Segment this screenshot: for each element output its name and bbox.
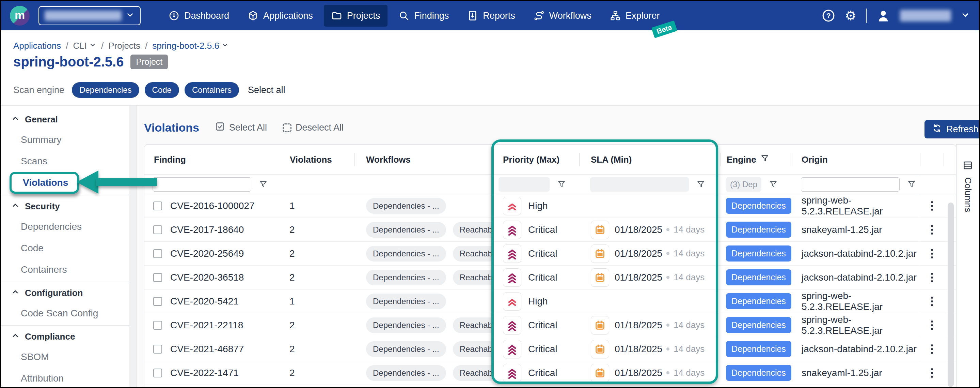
sla-filter-input[interactable] (590, 177, 689, 192)
row-checkbox[interactable] (153, 321, 162, 330)
priority-filter-input[interactable] (498, 177, 550, 192)
nav-item-reports[interactable]: Reports (460, 5, 523, 27)
user-menu-chevron-icon[interactable] (961, 10, 970, 21)
row-menu-button[interactable] (920, 266, 943, 289)
filter-funnel-icon[interactable] (907, 180, 916, 189)
columns-panel-toggle[interactable]: Columns (956, 144, 979, 387)
engine-toggle-containers[interactable]: Containers (185, 82, 239, 98)
nav-item-projects[interactable]: Projects (324, 5, 388, 27)
nav-item-findings[interactable]: Findings (391, 5, 456, 27)
row-menu-button[interactable] (920, 337, 943, 361)
row-menu-button[interactable] (920, 218, 943, 241)
engine-filter-input[interactable] (726, 177, 761, 192)
select-all-button[interactable]: Select All (215, 121, 267, 134)
refresh-button[interactable]: Refresh (924, 120, 980, 139)
settings-gear-icon[interactable]: ⚙ (845, 9, 856, 22)
finding-id[interactable]: CVE-2020-5421 (170, 296, 239, 307)
column-header-sla[interactable]: SLA (Min) (579, 145, 721, 174)
finding-id[interactable]: CVE-2021-46877 (170, 344, 244, 354)
finding-id[interactable]: CVE-2017-18640 (170, 224, 244, 235)
finding-id[interactable]: CVE-2020-36518 (170, 272, 244, 283)
column-header-origin[interactable]: Origin (792, 145, 920, 174)
top-navigation: m Dashboard Applications Projects Findin… (1, 1, 979, 30)
sidebar-item-attribution[interactable]: Attribution (1, 367, 136, 388)
chevron-down-icon (221, 41, 229, 51)
engine-badge[interactable]: Dependencies (726, 246, 791, 262)
breadcrumb-current-project-dropdown[interactable]: spring-boot-2.5.6 (152, 41, 229, 51)
breadcrumb-projects[interactable]: Projects (108, 41, 140, 51)
origin-filter-input[interactable] (801, 177, 900, 192)
engine-toggle-code[interactable]: Code (145, 82, 179, 98)
engine-badge[interactable]: Dependencies (726, 198, 791, 214)
sidebar-section-general[interactable]: General (1, 110, 136, 129)
sidebar-section-configuration[interactable]: Configuration (1, 283, 136, 302)
finding-filter-input[interactable] (153, 177, 251, 192)
filter-funnel-icon[interactable] (696, 180, 705, 189)
filter-funnel-icon[interactable] (760, 154, 769, 165)
row-menu-button[interactable] (920, 361, 943, 385)
row-checkbox[interactable] (153, 249, 162, 258)
column-header-priority[interactable]: Priority (Max) (492, 145, 579, 174)
mend-logo-icon[interactable]: m (10, 6, 30, 26)
column-header-violations[interactable]: Violations (279, 145, 355, 174)
finding-id[interactable]: CVE-2020-25649 (170, 248, 244, 259)
sla-days: 14 days (673, 224, 705, 235)
sidebar-item-summary[interactable]: Summary (1, 129, 136, 150)
table-scrollbar[interactable] (948, 203, 954, 387)
engine-badge[interactable]: Dependencies (726, 365, 791, 381)
row-checkbox[interactable] (153, 273, 162, 282)
engine-badge[interactable]: Dependencies (726, 293, 791, 309)
sidebar-item-sbom[interactable]: SBOM (1, 346, 136, 367)
org-selector-dropdown[interactable] (38, 6, 141, 25)
engine-badge[interactable]: Dependencies (726, 269, 791, 285)
row-checkbox[interactable] (153, 297, 162, 306)
help-icon[interactable]: ? (822, 9, 835, 22)
sidebar-section-compliance[interactable]: Compliance (1, 327, 136, 346)
workflow-chip: Dependencies - ... (366, 294, 446, 309)
engine-badge[interactable]: Dependencies (726, 341, 791, 357)
user-name-redacted (900, 10, 951, 21)
finding-id[interactable]: CVE-2016-1000027 (170, 201, 255, 211)
nav-item-explorer[interactable]: Explorer Beta (602, 5, 667, 27)
breadcrumb-applications[interactable]: Applications (13, 41, 61, 51)
sidebar-item-code-scan-config[interactable]: Code Scan Config (1, 302, 136, 324)
user-avatar-icon[interactable] (876, 8, 891, 23)
finding-id[interactable]: CVE-2022-1471 (170, 367, 239, 378)
origin-text: jackson-databind-2.10.2.jar (802, 248, 917, 259)
nav-item-workflows[interactable]: Workflows (526, 5, 599, 27)
sla-days: 14 days (673, 344, 705, 354)
engine-badge[interactable]: Dependencies (726, 222, 791, 238)
row-checkbox[interactable] (153, 345, 162, 354)
filter-funnel-icon[interactable] (769, 180, 778, 189)
row-checkbox[interactable] (153, 369, 162, 377)
sidebar-section-security[interactable]: Security (1, 197, 136, 216)
column-header-workflows[interactable]: Workflows (355, 145, 492, 174)
nav-item-applications[interactable]: Applications (240, 5, 320, 27)
engine-filter-cell (721, 175, 792, 194)
column-header-engine[interactable]: Engine (721, 145, 792, 174)
row-menu-button[interactable] (920, 242, 943, 265)
row-menu-button[interactable] (920, 289, 943, 313)
engine-badge[interactable]: Dependencies (726, 317, 791, 333)
filter-funnel-icon[interactable] (259, 180, 268, 189)
sidebar-item-violations[interactable]: Violations (10, 172, 79, 194)
sidebar-item-scans[interactable]: Scans (1, 150, 136, 172)
row-menu-button[interactable] (920, 313, 943, 337)
sidebar-scrollbar[interactable] (129, 106, 136, 387)
row-checkbox[interactable] (153, 201, 162, 210)
select-all-engines[interactable]: Select all (248, 85, 285, 96)
deselect-all-button[interactable]: Deselect All (283, 122, 344, 133)
sidebar-item-dependencies[interactable]: Dependencies (1, 216, 136, 237)
breadcrumb-cli-dropdown[interactable]: CLI (73, 41, 96, 51)
nav-item-dashboard[interactable]: Dashboard (161, 5, 237, 27)
workflows-cell: Dependencies - ...Reachable and C... (355, 361, 492, 385)
row-checkbox[interactable] (153, 225, 162, 234)
workflows-cell: Dependencies - ... (355, 289, 492, 313)
sidebar-item-containers[interactable]: Containers (1, 259, 136, 280)
sidebar-item-code[interactable]: Code (1, 237, 136, 259)
column-header-finding[interactable]: Finding (145, 145, 279, 174)
filter-funnel-icon[interactable] (557, 180, 566, 189)
finding-id[interactable]: CVE-2021-22118 (170, 320, 243, 331)
row-menu-button[interactable] (920, 194, 943, 217)
engine-toggle-dependencies[interactable]: Dependencies (72, 82, 139, 98)
